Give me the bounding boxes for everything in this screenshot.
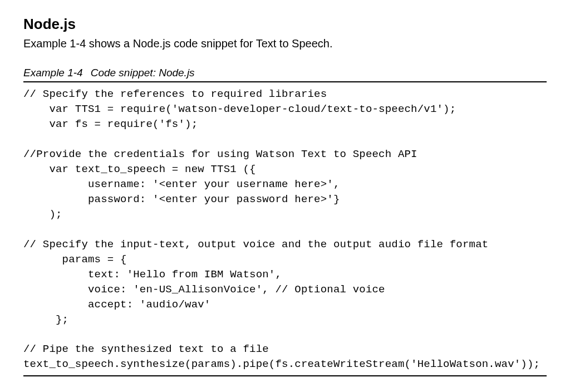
example-rule-top <box>23 81 547 82</box>
section-intro: Example 1-4 shows a Node.js code snippet… <box>23 36 547 51</box>
code-snippet: // Specify the references to required li… <box>23 87 547 372</box>
example-title: Code snippet: Node.js <box>91 67 195 79</box>
example-caption: Example 1-4Code snippet: Node.js <box>23 67 547 79</box>
example-number: Example 1-4 <box>23 67 83 79</box>
example-rule-bottom <box>23 375 547 376</box>
section-heading: Node.js <box>23 16 547 33</box>
